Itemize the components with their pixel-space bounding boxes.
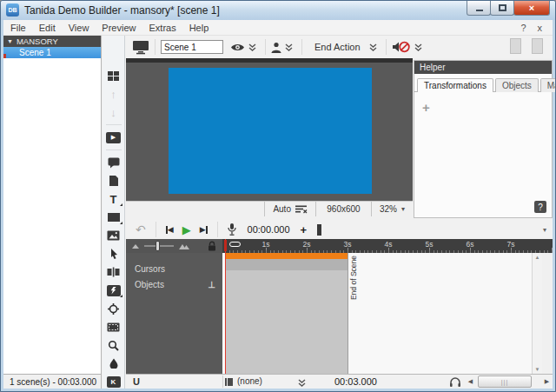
zoom-value: 32% bbox=[380, 204, 397, 214]
align-bottom-icon[interactable]: ⊥ bbox=[208, 280, 215, 289]
menu-file[interactable]: File bbox=[10, 23, 26, 33]
visibility-button[interactable] bbox=[230, 43, 260, 52]
title-bar[interactable]: DB Tanida Demo Builder - mansory* [scene… bbox=[1, 1, 555, 20]
scroll-up-icon[interactable]: ▲ bbox=[535, 255, 540, 260]
record-audio-button[interactable] bbox=[228, 223, 236, 236]
insert-image-button[interactable] bbox=[103, 228, 124, 243]
scene-list-item[interactable]: Scene 1 bbox=[3, 47, 101, 58]
clear-format-icon bbox=[295, 205, 308, 214]
timeline-horizontal-scrollbar[interactable]: ◀ ||| ▶ bbox=[465, 375, 553, 388]
total-duration-display: 00:03.000 bbox=[334, 376, 377, 387]
zoom-select[interactable]: 32% ▾ bbox=[371, 202, 413, 216]
track-label: Objects bbox=[135, 280, 164, 289]
insert-rectangle-button[interactable] bbox=[103, 209, 124, 225]
hscroll-thumb[interactable]: ||| bbox=[478, 375, 532, 388]
play-button[interactable]: ▶ bbox=[182, 224, 191, 236]
insert-marker-button[interactable] bbox=[317, 224, 321, 236]
menu-extras[interactable]: Extras bbox=[149, 23, 175, 33]
scene-duration-region[interactable] bbox=[225, 253, 348, 374]
insert-effect-button[interactable] bbox=[103, 282, 124, 298]
headphones-icon[interactable] bbox=[449, 376, 461, 388]
helper-tab-marks[interactable]: Marks bbox=[540, 78, 556, 92]
timeline-panel: ↶ ◀ ▶ ▶ 00:00.000 + ▾ bbox=[126, 220, 553, 374]
track-row-cursors[interactable]: Cursors bbox=[126, 261, 222, 276]
add-time-button[interactable]: + bbox=[301, 223, 308, 236]
scroll-down-icon[interactable]: ▼ bbox=[535, 367, 540, 372]
menu-preview[interactable]: Preview bbox=[102, 23, 136, 33]
insert-speech-bubble-button[interactable] bbox=[103, 155, 124, 170]
cursors-track-lane[interactable] bbox=[225, 259, 348, 270]
insert-cursor-button[interactable] bbox=[103, 246, 124, 262]
playhead-line[interactable] bbox=[225, 239, 226, 374]
track-row-objects[interactable]: Objects⊥ bbox=[126, 276, 222, 292]
timeline-options-button[interactable]: ▾ bbox=[543, 226, 546, 234]
helper-tab-transformations[interactable]: Transformations bbox=[417, 78, 493, 92]
menu-edit[interactable]: Edit bbox=[39, 23, 56, 33]
scroll-right-icon[interactable]: ▶ bbox=[541, 375, 553, 388]
canvas-area[interactable] bbox=[126, 58, 413, 201]
add-transformation-button[interactable]: + bbox=[422, 100, 430, 115]
scene-grid-button[interactable] bbox=[103, 68, 124, 83]
droplet-icon bbox=[109, 358, 118, 369]
scroll-left-icon[interactable]: ◀ bbox=[465, 375, 476, 388]
scene-duration-bar[interactable] bbox=[225, 253, 348, 259]
timeline-vertical-scrollbar[interactable]: ▲ ▼ bbox=[532, 253, 542, 374]
insert-transition-button[interactable] bbox=[103, 264, 124, 280]
tool-separator bbox=[106, 149, 122, 150]
presenter-button[interactable] bbox=[271, 42, 296, 53]
insert-zoom-button[interactable] bbox=[103, 337, 124, 353]
helper-help-button[interactable]: ? bbox=[534, 201, 546, 213]
maximize-button[interactable] bbox=[490, 1, 514, 16]
skip-to-start-button[interactable]: ◀ bbox=[166, 226, 174, 234]
track-content-area[interactable]: End of Scene ▲ ▼ bbox=[222, 253, 542, 374]
panel-help-button[interactable]: ? bbox=[520, 23, 526, 33]
lock-icon[interactable] bbox=[208, 241, 216, 251]
zoom-slider-handle[interactable] bbox=[156, 241, 160, 251]
speech-bubble-icon bbox=[108, 157, 120, 169]
close-button[interactable]: × bbox=[513, 1, 550, 16]
snap-toggle-button[interactable]: U bbox=[133, 376, 140, 387]
undo-button[interactable]: ↶ bbox=[136, 223, 146, 236]
insert-ink-button[interactable] bbox=[103, 355, 124, 371]
hscroll-track[interactable]: ||| bbox=[476, 375, 541, 388]
chevron-double-down-icon bbox=[369, 43, 377, 51]
insert-note-button[interactable] bbox=[103, 173, 124, 189]
ruler-tick-label: 5s bbox=[426, 240, 434, 249]
crosshair-icon bbox=[108, 303, 119, 315]
menu-help[interactable]: Help bbox=[189, 23, 209, 33]
scene-sound-button[interactable] bbox=[392, 41, 426, 53]
chevron-double-down-icon[interactable] bbox=[298, 378, 306, 387]
ruler-tick-label: 7s bbox=[507, 240, 515, 249]
insert-selection-button[interactable] bbox=[103, 319, 124, 335]
selection-icon bbox=[225, 378, 233, 386]
auto-fit-button[interactable]: Auto bbox=[264, 202, 315, 216]
move-down-button[interactable]: ↓ bbox=[103, 104, 124, 120]
scene-list: Scene 1 bbox=[3, 47, 101, 58]
minimize-button[interactable] bbox=[467, 1, 491, 16]
insert-target-button[interactable] bbox=[103, 301, 124, 316]
end-action-label: End Action bbox=[314, 42, 361, 52]
scene-list-panel: ▼ MANSORY Scene 1 1 scene(s) - 00:03.000 bbox=[3, 36, 102, 389]
scene-name-input[interactable] bbox=[161, 40, 223, 54]
end-action-button[interactable]: End Action bbox=[308, 42, 381, 52]
collapse-arrow-icon: ▼ bbox=[7, 38, 13, 44]
skip-to-end-button[interactable]: ▶ bbox=[200, 226, 208, 234]
toolbar-separator bbox=[217, 222, 218, 237]
helper-tab-objects[interactable]: Objects bbox=[495, 78, 539, 92]
insert-text-button[interactable]: T bbox=[103, 191, 124, 207]
scene-stage[interactable] bbox=[169, 68, 372, 194]
display-mode-button[interactable] bbox=[132, 40, 149, 55]
playhead-handle[interactable] bbox=[224, 240, 227, 251]
insert-video-button[interactable]: ▶ bbox=[103, 130, 124, 145]
insert-keystroke-button[interactable]: K bbox=[103, 374, 124, 389]
move-up-button[interactable]: ↑ bbox=[103, 86, 124, 102]
timeline-zoom-slider[interactable] bbox=[144, 245, 174, 247]
menu-view[interactable]: View bbox=[69, 23, 89, 33]
ruler-scale[interactable]: 1s2s3s4s5s6s7s bbox=[222, 239, 553, 253]
scene-tree-header[interactable]: ▼ MANSORY bbox=[3, 36, 101, 47]
timeline-ruler[interactable]: 1s2s3s4s5s6s7s bbox=[126, 239, 553, 253]
minimize-icon bbox=[476, 10, 483, 11]
panel-close-button[interactable]: x bbox=[538, 23, 543, 33]
disabled-toolbar-button bbox=[532, 38, 543, 54]
magnifier-icon bbox=[108, 340, 119, 351]
